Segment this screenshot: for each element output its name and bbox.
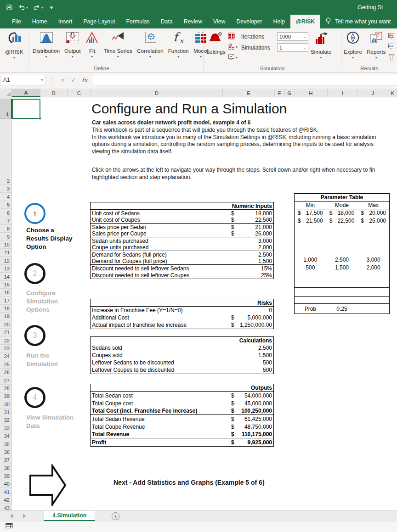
tab-formulas[interactable]: Formulas bbox=[120, 15, 155, 28]
empty-row[interactable] bbox=[295, 288, 389, 297]
column-header-g[interactable]: G bbox=[285, 89, 295, 97]
function-button[interactable]: fx Function ▾ bbox=[166, 28, 191, 59]
row-header[interactable]: 5 bbox=[0, 201, 12, 209]
enter-icon[interactable]: ✓ bbox=[68, 77, 79, 84]
iterations-combo[interactable]: 1000 ⌄ bbox=[277, 32, 308, 41]
empty-row[interactable] bbox=[295, 297, 389, 304]
filter-icon[interactable] bbox=[388, 53, 395, 62]
explore-button[interactable]: Explore ▾ bbox=[341, 28, 364, 62]
tab-atrisk[interactable]: @RISK bbox=[290, 15, 320, 28]
row-header[interactable]: 25 bbox=[0, 361, 12, 369]
browse-results-blue-icon[interactable] bbox=[388, 42, 395, 51]
name-box[interactable]: A1 ▾ bbox=[0, 75, 46, 85]
table-row[interactable]: Sedan units purchased3,000 bbox=[91, 237, 273, 244]
row-header[interactable]: 12 bbox=[0, 257, 12, 265]
distribution-button[interactable]: Distribution ▾ bbox=[30, 28, 62, 59]
column-header-a[interactable]: A bbox=[12, 89, 40, 97]
table-row[interactable]: Increase in Franchise Fee (Y=1/N=0)0 bbox=[91, 307, 273, 314]
row-header[interactable]: 21 bbox=[0, 329, 12, 336]
table-row[interactable]: Sales price per Coupe$26,000 bbox=[91, 230, 273, 237]
next-sheet-arrow[interactable] bbox=[28, 464, 68, 508]
row-header[interactable]: 19 bbox=[0, 313, 12, 320]
tab-developer[interactable]: Developer bbox=[231, 15, 267, 28]
formula-input[interactable] bbox=[92, 75, 397, 85]
col-mode[interactable]: Mode bbox=[326, 202, 358, 209]
row-header[interactable]: 38 bbox=[0, 465, 12, 472]
sheet-nav-left-icon[interactable] bbox=[10, 514, 13, 518]
settings-button[interactable]: Settings bbox=[204, 28, 228, 62]
row-header[interactable]: 18 bbox=[0, 305, 12, 313]
column-header-j[interactable]: J bbox=[357, 89, 388, 97]
table-row[interactable]: Demand for Sedans (full price)2,500 bbox=[91, 251, 273, 258]
select-all-corner[interactable] bbox=[0, 89, 12, 97]
table-row[interactable]: $21,500$22,500$25,000 bbox=[295, 217, 389, 225]
row-header[interactable]: 9 bbox=[0, 233, 12, 241]
row-header[interactable]: 13 bbox=[0, 265, 12, 273]
table-row[interactable]: Total Cost (incl. Franchise Fee increase… bbox=[91, 407, 273, 415]
row-header[interactable]: 31 bbox=[0, 409, 12, 416]
tab-page-layout[interactable]: Page Layout bbox=[78, 15, 120, 28]
table-row[interactable]: Sedans sold2,500 bbox=[91, 344, 273, 352]
table-row[interactable]: Leftover Coupes to be discounted500 bbox=[91, 366, 273, 374]
browse-results-red-icon[interactable] bbox=[388, 32, 395, 41]
tab-data[interactable]: Data bbox=[155, 15, 178, 28]
table-header[interactable]: Outputs bbox=[91, 384, 273, 392]
callout-windows-icon[interactable]: ▾ bbox=[228, 53, 238, 62]
sheet-nav-right-icon[interactable] bbox=[23, 514, 26, 518]
row-header[interactable]: 37 bbox=[0, 456, 12, 464]
prob-row[interactable]: Prob 0.25 bbox=[295, 304, 389, 314]
row-header[interactable]: 24 bbox=[0, 353, 12, 360]
table-row[interactable]: Actual impact of franchise fee increase$… bbox=[91, 321, 273, 329]
row-header[interactable]: 43 bbox=[0, 504, 12, 510]
row-header[interactable]: 27 bbox=[0, 377, 12, 385]
table-header[interactable]: Risks bbox=[91, 299, 273, 307]
row-header[interactable]: 22 bbox=[0, 337, 12, 345]
dice-icon[interactable] bbox=[228, 32, 238, 41]
column-header-h[interactable]: H bbox=[295, 89, 328, 97]
row-header[interactable]: 17 bbox=[0, 297, 12, 305]
row-header[interactable]: 7 bbox=[0, 217, 12, 225]
insert-function-icon[interactable]: fx bbox=[79, 77, 90, 84]
row-header[interactable]: 35 bbox=[0, 441, 12, 448]
row-header[interactable]: 6 bbox=[0, 209, 12, 217]
table-row[interactable]: Total Sedan cost$54,000,000 bbox=[91, 392, 273, 399]
row-header[interactable]: 41 bbox=[0, 488, 12, 496]
row-header-1[interactable]: 1 bbox=[0, 99, 12, 119]
column-header-c[interactable]: C bbox=[68, 89, 91, 97]
simulate-button[interactable]: Simulate ▾ bbox=[308, 28, 334, 62]
customize-quick-access-icon[interactable] bbox=[48, 4, 55, 11]
undo-icon[interactable]: ▾ bbox=[18, 4, 28, 11]
row-header[interactable]: 20 bbox=[0, 321, 12, 329]
table-row[interactable]: $17,500$18,000$20,000 bbox=[295, 209, 389, 217]
simulations-combo[interactable]: 1 ⌄ bbox=[277, 43, 308, 52]
table-row[interactable]: Demand for Coupes (full price)1,500 bbox=[91, 258, 273, 265]
column-header-b[interactable]: B bbox=[40, 89, 68, 97]
row-header[interactable]: 3 bbox=[0, 185, 12, 193]
row-header[interactable]: 8 bbox=[0, 225, 12, 233]
row-header[interactable]: 29 bbox=[0, 392, 12, 400]
tab-home[interactable]: Home bbox=[27, 15, 53, 28]
row-header[interactable]: 23 bbox=[0, 345, 12, 353]
atrisk-button[interactable]: @RISK ▾ bbox=[3, 28, 26, 60]
row-header[interactable]: 30 bbox=[0, 401, 12, 409]
correlation-button[interactable]: Correlation ▾ bbox=[135, 28, 166, 59]
row-header[interactable]: 15 bbox=[0, 281, 12, 289]
table-row[interactable]: Profit$9,925,000 bbox=[91, 438, 273, 446]
time-series-button[interactable]: Time Series ▾ bbox=[101, 28, 135, 59]
fill-handle[interactable] bbox=[39, 117, 41, 120]
row-header[interactable]: 33 bbox=[0, 425, 12, 432]
col-min[interactable]: Min bbox=[295, 202, 326, 209]
fit-button[interactable]: Fit ▾ bbox=[83, 28, 101, 59]
sampling-options-icon[interactable]: ▾ bbox=[228, 42, 238, 51]
cancel-icon[interactable]: × bbox=[57, 77, 68, 84]
row-header[interactable]: 26 bbox=[0, 369, 12, 376]
table-row[interactable]: Discount needed to sell leftover Coupes2… bbox=[91, 272, 273, 279]
tab-insert[interactable]: Insert bbox=[53, 15, 78, 28]
table-row[interactable]: Unit cost of Sedans$18,000 bbox=[91, 210, 273, 217]
tab-file[interactable]: File bbox=[6, 15, 27, 28]
column-header-i[interactable]: I bbox=[328, 89, 357, 97]
column-header-f[interactable]: F bbox=[275, 89, 285, 97]
column-header-d[interactable]: D bbox=[91, 89, 223, 97]
table-row[interactable]: Total Sedan Revenue$61,425,000 bbox=[91, 415, 273, 423]
parameter-table-title[interactable]: Parameter Table bbox=[295, 194, 389, 202]
